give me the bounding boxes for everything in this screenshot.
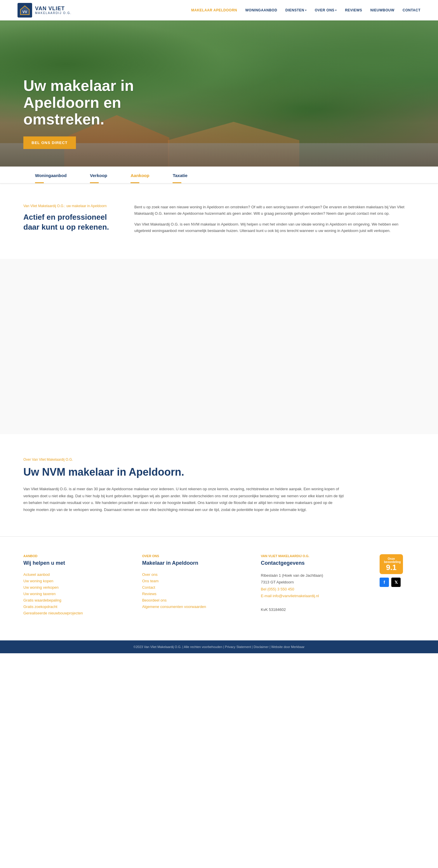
footer-kvk: KvK 53184602 <box>261 606 362 613</box>
footer-col-aanbod: Aanbod Wij helpen u met Actueel aanbod U… <box>23 554 125 617</box>
intro-para1: Bent u op zoek naar een nieuwe woning in… <box>134 204 415 217</box>
hero-section: Uw makelaar in Apeldoorn en omstreken. B… <box>0 21 438 166</box>
nav-woningaanbod[interactable]: WONINGAANBOD <box>245 8 277 12</box>
about-label: Over Van Vliet Makelaardij O.G. <box>23 458 415 462</box>
footer-main: Aanbod Wij helpen u met Actueel aanbod U… <box>0 536 438 641</box>
footer-link-actueel[interactable]: Actueel aanbod <box>23 572 49 577</box>
logo[interactable]: VV VAN VLIET MAKELAARDIJ O.G. <box>18 3 71 18</box>
footer-link-waardebepaling[interactable]: Gratis waardebepaling <box>23 598 61 602</box>
footer-overons-heading: Makelaar in Apeldoorn <box>142 560 243 566</box>
footer-bottom: ©2023 Van Vliet Makelaardij O.G. | Alle … <box>0 641 438 653</box>
tab-taxatie[interactable]: Taxatie <box>161 166 199 183</box>
footer-link-onsteam[interactable]: Ons team <box>142 579 159 583</box>
footer-col-contact: Van Vliet Makelaardij O.G. Contactgegeve… <box>261 554 362 617</box>
footer-city: 7313 GT Apeldoorn <box>261 579 362 586</box>
list-item: Gerealiseerde nieuwbouwprojecten <box>23 611 125 615</box>
hero-content: Uw makelaar in Apeldoorn en omstreken. B… <box>23 78 169 149</box>
nav-diensten[interactable]: DIENSTEN ▾ <box>285 8 307 12</box>
logo-icon: VV <box>18 3 32 18</box>
intro-label: Van Vliet Makelaardij O.G.: uw makelaar … <box>23 204 111 208</box>
about-section: Over Van Vliet Makelaardij O.G. Uw NVM m… <box>0 434 438 536</box>
footer-link-beoordeel[interactable]: Beoordeel ons <box>142 598 167 602</box>
list-item: Beoordeel ons <box>142 598 243 602</box>
list-item: Contact <box>142 585 243 590</box>
nav-overons[interactable]: OVER ONS ▾ <box>315 8 337 12</box>
about-text: Van Vliet Makelaardij O.G. is al meer da… <box>23 486 344 513</box>
list-item: Actueel aanbod <box>23 572 125 577</box>
footer-col-social: Onze beoordeling 9.1 f 𝕏 <box>380 554 415 617</box>
about-heading: Uw NVM makelaar in Apeldoorn. <box>23 466 415 478</box>
properties-section <box>0 259 438 434</box>
tab-woningaanbod[interactable]: Woningaanbod <box>23 166 78 183</box>
rating-value: 9.1 <box>384 564 399 571</box>
footer-address: Ribeslaán 1 (Hoek van de Jachtlaan) <box>261 572 362 579</box>
list-item: Reviews <box>142 591 243 596</box>
intro-left: Van Vliet Makelaardij O.G.: uw makelaar … <box>23 204 111 239</box>
rating-badge: Onze beoordeling 9.1 <box>380 554 403 574</box>
main-nav: MAKELAAR APELDOORN WONINGAANBOD DIENSTEN… <box>191 8 420 12</box>
rating-label: Onze beoordeling <box>384 557 399 564</box>
footer-aanbod-heading: Wij helpen u met <box>23 560 125 566</box>
social-icons: f 𝕏 <box>380 578 401 587</box>
diensten-chevron-icon: ▾ <box>305 9 307 12</box>
rating-social-area: Onze beoordeling 9.1 f 𝕏 <box>380 554 415 587</box>
list-item: Uw woning verkopen <box>23 585 125 590</box>
nav-contact[interactable]: CONTACT <box>403 8 420 12</box>
footer-contact-label: Van Vliet Makelaardij O.G. <box>261 554 362 558</box>
list-item: Over ons <box>142 572 243 577</box>
nav-nieuwbouw[interactable]: NIEUWBOUW <box>370 8 395 12</box>
footer-aanbod-label: Aanbod <box>23 554 125 558</box>
footer-bottom-text: ©2023 Van Vliet Makelaardij O.G. | Alle … <box>133 645 305 649</box>
tab-verkoop[interactable]: Verkoop <box>78 166 119 183</box>
svg-text:VV: VV <box>23 10 27 14</box>
hero-title: Uw makelaar in Apeldoorn en omstreken. <box>23 78 169 128</box>
footer-overons-label: Over ons <box>142 554 243 558</box>
footer-link-reviews[interactable]: Reviews <box>142 592 157 596</box>
twitter-icon[interactable]: 𝕏 <box>391 578 401 587</box>
list-item: Algemene consumenten voorwaarden <box>142 604 243 609</box>
footer-columns: Aanbod Wij helpen u met Actueel aanbod U… <box>23 554 415 617</box>
intro-right: Bent u op zoek naar een nieuwe woning in… <box>134 204 415 239</box>
footer-link-kopen[interactable]: Uw woning kopen <box>23 579 54 583</box>
footer-link-algemene[interactable]: Algemene consumenten voorwaarden <box>142 604 206 609</box>
footer-col-overons: Over ons Makelaar in Apeldoorn Over ons … <box>142 554 243 617</box>
list-item: Gratis zoekopdracht <box>23 604 125 609</box>
footer-link-taxeren[interactable]: Uw woning taxeren <box>23 592 56 596</box>
tab-aankoop[interactable]: Aankoop <box>119 166 161 183</box>
footer-contact-heading: Contactgegevens <box>261 560 362 566</box>
intro-section: Van Vliet Makelaardij O.G.: uw makelaar … <box>0 184 438 259</box>
header: VV VAN VLIET MAKELAARDIJ O.G. MAKELAAR A… <box>0 0 438 21</box>
list-item: Uw woning kopen <box>23 579 125 583</box>
footer-overons-links: Over ons Ons team Contact Reviews Beoord… <box>142 572 243 609</box>
overons-chevron-icon: ▾ <box>335 9 337 12</box>
nav-reviews[interactable]: REVIEWS <box>345 8 362 12</box>
hero-cta-button[interactable]: BEL ONS DIRECT <box>23 136 76 149</box>
footer-link-verkopen[interactable]: Uw woning verkopen <box>23 585 59 590</box>
facebook-icon[interactable]: f <box>380 578 389 587</box>
footer-aanbod-links: Actueel aanbod Uw woning kopen Uw woning… <box>23 572 125 615</box>
list-item: Uw woning taxeren <box>23 591 125 596</box>
footer-link-contact[interactable]: Contact <box>142 585 155 590</box>
footer-phone-link[interactable]: Bel (055) 3 550 450 <box>261 587 294 591</box>
footer-link-overons[interactable]: Over ons <box>142 572 158 577</box>
intro-para2: Van Vliet Makelaardij O.G. is een NVM ma… <box>134 221 415 234</box>
list-item: Gratis waardebepaling <box>23 598 125 602</box>
footer-email-link[interactable]: E-mail info@vanvlietmakelaardij.nl <box>261 594 319 598</box>
nav-makelaar[interactable]: MAKELAAR APELDOORN <box>191 8 237 12</box>
list-item: Ons team <box>142 579 243 583</box>
footer-link-zoekopdracht[interactable]: Gratis zoekopdracht <box>23 604 57 609</box>
intro-heading: Actief en professioneel daar kunt u op r… <box>23 212 111 232</box>
logo-text: VAN VLIET MAKELAARDIJ O.G. <box>35 6 71 15</box>
footer-link-nieuwbouw[interactable]: Gerealiseerde nieuwbouwprojecten <box>23 611 83 615</box>
tabs-bar: Woningaanbod Verkoop Aankoop Taxatie <box>0 166 438 184</box>
footer-contact-info: Ribeslaán 1 (Hoek van de Jachtlaan) 7313… <box>261 572 362 613</box>
